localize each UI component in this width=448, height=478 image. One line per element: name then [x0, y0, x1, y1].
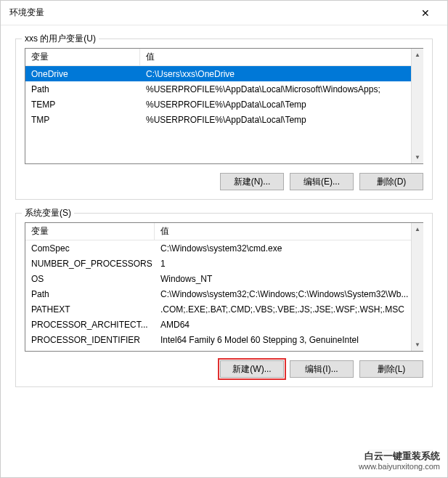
table-row[interactable]: PROCESSOR_ARCHITECT... AMD64	[25, 317, 423, 332]
cell-value: C:\Windows\system32\cmd.exe	[155, 242, 423, 255]
environment-variables-dialog: 环境变量 ✕ xxs 的用户变量(U) 变量 值 OneDrive C:\Use…	[0, 0, 448, 478]
user-delete-button[interactable]: 删除(D)	[359, 173, 423, 190]
table-row[interactable]: NUMBER_OF_PROCESSORS 1	[25, 256, 423, 271]
cell-value: Intel64 Family 6 Model 60 Stepping 3, Ge…	[155, 333, 423, 347]
user-table-header: 变量 值	[25, 49, 423, 66]
cell-variable: TMP	[25, 113, 140, 126]
system-table-header: 变量 值	[25, 223, 423, 240]
table-row[interactable]: PROCESSOR_IDENTIFIER Intel64 Family 6 Mo…	[25, 332, 423, 347]
close-button[interactable]: ✕	[411, 3, 440, 23]
scroll-down-icon[interactable]: ▼	[412, 339, 423, 351]
cell-variable: NUMBER_OF_PROCESSORS	[25, 257, 155, 270]
table-row[interactable]: ComSpec C:\Windows\system32\cmd.exe	[25, 240, 423, 256]
system-header-variable[interactable]: 变量	[25, 223, 155, 240]
user-header-value[interactable]: 值	[140, 49, 423, 65]
watermark-line2: www.baiyunxitong.com	[359, 462, 440, 471]
watermark: 白云一键重装系统 www.baiyunxitong.com	[356, 449, 443, 473]
cell-variable: Path	[25, 288, 155, 301]
dialog-content: xxs 的用户变量(U) 变量 值 OneDrive C:\Users\xxs\…	[1, 25, 447, 408]
close-icon: ✕	[421, 7, 430, 19]
user-new-button[interactable]: 新建(N)...	[220, 173, 284, 190]
scroll-up-icon[interactable]: ▲	[412, 49, 423, 61]
cell-value: 1	[155, 257, 423, 270]
cell-variable: ComSpec	[25, 242, 155, 255]
system-table-body: ComSpec C:\Windows\system32\cmd.exe NUMB…	[25, 240, 423, 347]
cell-value: C:\Users\xxs\OneDrive	[140, 68, 423, 81]
system-delete-button[interactable]: 删除(L)	[359, 360, 423, 378]
cell-value: %USERPROFILE%\AppData\Local\Temp	[140, 113, 423, 126]
window-title: 环境变量	[9, 7, 411, 19]
table-row[interactable]: Path %USERPROFILE%\AppData\Local\Microso…	[25, 81, 423, 97]
user-table-body: OneDrive C:\Users\xxs\OneDrive Path %USE…	[25, 66, 423, 127]
user-variables-label: xxs 的用户变量(U)	[22, 33, 99, 45]
system-variables-label: 系统变量(S)	[22, 207, 74, 219]
table-row[interactable]: TEMP %USERPROFILE%\AppData\Local\Temp	[25, 97, 423, 112]
system-buttons-row: 新建(W)... 编辑(I)... 删除(L)	[25, 360, 423, 378]
system-new-button[interactable]: 新建(W)...	[220, 360, 284, 378]
user-table-scrollbar[interactable]: ▲ ▼	[411, 49, 423, 163]
cell-variable: OS	[25, 272, 155, 285]
titlebar: 环境变量 ✕	[1, 1, 447, 25]
cell-variable: OneDrive	[25, 68, 140, 81]
cell-variable: TEMP	[25, 98, 140, 111]
cell-value: C:\Windows\system32;C:\Windows;C:\Window…	[155, 288, 423, 301]
system-header-value[interactable]: 值	[155, 223, 423, 240]
scroll-up-icon[interactable]: ▲	[412, 223, 423, 235]
system-variables-table[interactable]: 变量 值 ComSpec C:\Windows\system32\cmd.exe…	[25, 222, 423, 352]
cell-variable: PROCESSOR_ARCHITECT...	[25, 318, 155, 331]
user-edit-button[interactable]: 编辑(E)...	[290, 173, 354, 190]
cell-value: %USERPROFILE%\AppData\Local\Microsoft\Wi…	[140, 83, 423, 96]
cell-variable: Path	[25, 83, 140, 96]
table-row[interactable]: OneDrive C:\Users\xxs\OneDrive	[25, 66, 423, 81]
user-buttons-row: 新建(N)... 编辑(E)... 删除(D)	[25, 173, 423, 190]
system-variables-group: 系统变量(S) 变量 值 ComSpec C:\Windows\system32…	[15, 213, 433, 387]
scroll-down-icon[interactable]: ▼	[412, 151, 423, 163]
table-row[interactable]: TMP %USERPROFILE%\AppData\Local\Temp	[25, 112, 423, 127]
system-edit-button[interactable]: 编辑(I)...	[290, 360, 354, 378]
cell-variable: PROCESSOR_IDENTIFIER	[25, 333, 155, 347]
cell-value: .COM;.EXE;.BAT;.CMD;.VBS;.VBE;.JS;.JSE;.…	[155, 303, 423, 316]
system-table-scrollbar[interactable]: ▲ ▼	[411, 223, 423, 351]
user-variables-group: xxs 的用户变量(U) 变量 值 OneDrive C:\Users\xxs\…	[15, 39, 433, 200]
cell-value: AMD64	[155, 318, 423, 331]
table-row[interactable]: PATHEXT .COM;.EXE;.BAT;.CMD;.VBS;.VBE;.J…	[25, 301, 423, 317]
table-row[interactable]: OS Windows_NT	[25, 271, 423, 286]
cell-value: %USERPROFILE%\AppData\Local\Temp	[140, 98, 423, 111]
table-row[interactable]: Path C:\Windows\system32;C:\Windows;C:\W…	[25, 286, 423, 301]
user-header-variable[interactable]: 变量	[25, 49, 140, 65]
user-variables-table[interactable]: 变量 值 OneDrive C:\Users\xxs\OneDrive Path…	[25, 48, 423, 164]
watermark-line1: 白云一键重装系统	[359, 450, 440, 462]
cell-value: Windows_NT	[155, 272, 423, 285]
cell-variable: PATHEXT	[25, 303, 155, 316]
